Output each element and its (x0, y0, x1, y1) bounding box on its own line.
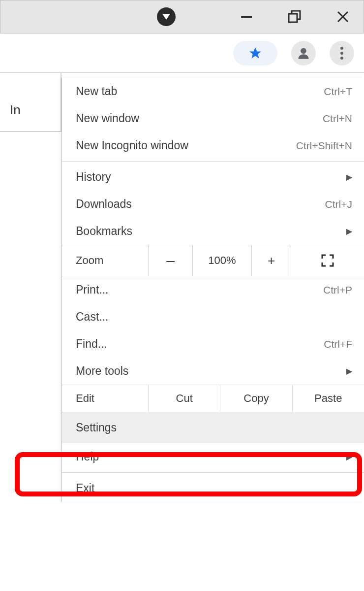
fullscreen-button[interactable] (291, 245, 364, 276)
menu-item-new-window[interactable]: New window Ctrl+N (62, 105, 364, 132)
menu-item-label: Cast... (76, 310, 108, 324)
svg-marker-6 (249, 47, 261, 58)
zoom-in-button[interactable]: + (251, 245, 291, 276)
menu-item-help[interactable]: Help ▶ (62, 443, 364, 470)
svg-rect-3 (289, 14, 297, 22)
menu-item-label: New window (76, 112, 139, 125)
menu-item-find[interactable]: Find... Ctrl+F (62, 330, 364, 358)
edit-cut-button[interactable]: Cut (148, 385, 220, 412)
chevron-right-icon: ▶ (346, 227, 352, 236)
menu-separator (62, 161, 364, 162)
menu-separator (62, 472, 364, 473)
bookmark-star-button[interactable] (233, 41, 277, 66)
edit-copy-button[interactable]: Copy (220, 385, 292, 412)
menu-item-label: Find... (76, 337, 107, 351)
menu-item-new-incognito[interactable]: New Incognito window Ctrl+Shift+N (62, 132, 364, 159)
svg-marker-0 (162, 14, 170, 20)
browser-toolbar (0, 33, 364, 73)
chevron-right-icon: ▶ (346, 366, 352, 376)
zoom-out-button[interactable]: – (148, 245, 192, 276)
profile-button[interactable] (291, 41, 316, 66)
menu-item-label: History (76, 170, 111, 184)
page-content-fragment: In (0, 73, 61, 132)
menu-item-bookmarks[interactable]: Bookmarks ▶ (62, 218, 364, 245)
menu-item-label: Help (76, 450, 99, 463)
menu-item-settings[interactable]: Settings (62, 412, 364, 443)
menu-item-label: Exit (76, 482, 94, 495)
maximize-button[interactable] (283, 5, 306, 29)
menu-item-cast[interactable]: Cast... (62, 303, 364, 330)
menu-item-downloads[interactable]: Downloads Ctrl+J (62, 191, 364, 218)
menu-item-shortcut: Ctrl+T (324, 86, 352, 98)
menu-item-shortcut: Ctrl+J (325, 198, 352, 210)
menu-item-shortcut: Ctrl+F (324, 338, 352, 350)
menu-zoom-row: Zoom – 100% + (62, 245, 364, 276)
menu-item-label: New Incognito window (76, 139, 188, 152)
menu-item-label: New tab (76, 85, 117, 98)
menu-item-shortcut: Ctrl+Shift+N (296, 140, 352, 152)
menu-edit-row: Edit Cut Copy Paste (62, 385, 364, 412)
chrome-main-menu: New tab Ctrl+T New window Ctrl+N New Inc… (61, 78, 364, 502)
edit-label: Edit (62, 385, 148, 412)
menu-item-exit[interactable]: Exit (62, 475, 364, 502)
menu-item-label: Print... (76, 283, 108, 296)
svg-point-7 (301, 48, 306, 54)
minimize-button[interactable] (235, 5, 258, 29)
zoom-value: 100% (192, 245, 251, 276)
menu-item-label: More tools (76, 364, 128, 378)
menu-item-shortcut: Ctrl+P (323, 284, 352, 296)
menu-item-new-tab[interactable]: New tab Ctrl+T (62, 78, 364, 105)
menu-item-shortcut: Ctrl+N (323, 113, 352, 125)
menu-item-label: Bookmarks (76, 225, 132, 238)
close-button[interactable] (331, 5, 355, 29)
zoom-label: Zoom (62, 245, 148, 276)
menu-item-print[interactable]: Print... Ctrl+P (62, 276, 364, 303)
edit-paste-button[interactable]: Paste (292, 385, 364, 412)
menu-button[interactable] (330, 41, 354, 66)
chevron-right-icon: ▶ (346, 452, 352, 461)
menu-item-history[interactable]: History ▶ (62, 164, 364, 191)
svg-rect-1 (241, 16, 252, 18)
window-titlebar (0, 0, 364, 33)
tab-dropdown-icon[interactable] (157, 7, 176, 26)
chevron-right-icon: ▶ (346, 172, 352, 182)
svg-point-10 (340, 57, 343, 60)
menu-item-label: Downloads (76, 197, 132, 211)
menu-item-more-tools[interactable]: More tools ▶ (62, 358, 364, 385)
svg-point-9 (340, 52, 343, 55)
svg-point-8 (340, 47, 343, 50)
